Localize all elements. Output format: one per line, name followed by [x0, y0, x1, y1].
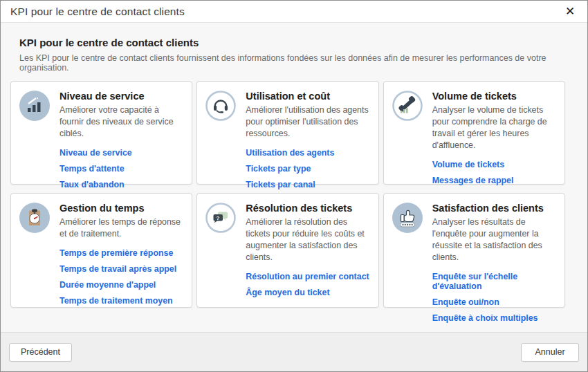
link-temps-de-travail-apres-appel[interactable]: Temps de travail après appel: [59, 264, 183, 274]
link-duree-moyenne-dappel[interactable]: Durée moyenne d'appel: [59, 280, 183, 290]
thumbs-up-rating-icon: [392, 203, 423, 300]
card-description: Améliorer votre capacité à fournir des n…: [59, 104, 183, 140]
card-links: Enquête sur l'échelle d'évaluation Enquê…: [432, 272, 556, 323]
dialog-title: KPI pour le centre de contact clients: [10, 6, 185, 18]
link-tickets-par-canal[interactable]: Tickets par canal: [246, 180, 369, 189]
link-enquete-sur-lechelle-devaluation[interactable]: Enquête sur l'échelle d'évaluation: [432, 272, 556, 291]
close-icon[interactable]: ✕: [562, 4, 578, 19]
link-temps-de-traitement-moyen[interactable]: Temps de traitement moyen: [59, 296, 183, 306]
kpi-card-grid: Niveau de service Améliorer votre capaci…: [10, 81, 565, 308]
card-description: Améliorer la résolution des tickets pour…: [246, 216, 369, 263]
card-description: Améliorer les temps de réponse et de tra…: [59, 216, 183, 240]
card-title: Résolution des tickets: [246, 203, 369, 214]
card-description: Analyser le volume de tickets pour compr…: [432, 104, 556, 151]
link-tickets-par-type[interactable]: Tickets par type: [246, 164, 369, 174]
page-description: Les KPI pour le centre de contact client…: [19, 53, 578, 73]
dialog-footer: Précédent Annuler: [1, 332, 587, 371]
card-links: Résolution au premier contact Âge moyen …: [246, 272, 369, 297]
link-enquete-a-choix-multiples[interactable]: Enquête à choix multiples: [432, 313, 556, 323]
card-title: Niveau de service: [59, 91, 183, 102]
link-utilisation-des-agents[interactable]: Utilisation des agents: [246, 148, 369, 158]
link-taux-dabandon[interactable]: Taux d'abandon: [59, 180, 183, 189]
card-title: Satisfaction des clients: [432, 203, 556, 214]
card-gestion-du-temps: Gestion du temps Améliorer les temps de …: [10, 193, 192, 308]
card-title: Volume de tickets: [432, 91, 556, 102]
kpi-dialog: KPI pour le centre de contact clients ✕ …: [0, 0, 588, 372]
card-title: Utilisation et coût: [246, 91, 369, 102]
link-enquete-oui-non[interactable]: Enquête oui/non: [432, 297, 556, 307]
card-links: Temps de première réponse Temps de trava…: [59, 248, 183, 306]
link-resolution-au-premier-contact[interactable]: Résolution au premier contact: [246, 272, 369, 281]
card-title: Gestion du temps: [59, 203, 183, 214]
chat-question-icon: ?: [205, 203, 236, 300]
stopwatch-clipboard-icon: [19, 203, 50, 300]
page-title: KPI pour le centre de contact clients: [19, 37, 578, 48]
intro-section: KPI pour le centre de contact clients Le…: [19, 37, 578, 73]
card-description: Analyser les résultats de l'enquête pour…: [432, 216, 556, 263]
svg-text:?: ?: [217, 215, 220, 221]
link-temps-dattente[interactable]: Temps d'attente: [59, 164, 183, 174]
cancel-button[interactable]: Annuler: [521, 343, 579, 362]
link-messages-de-rappel[interactable]: Messages de rappel: [432, 176, 556, 185]
link-temps-de-premiere-reponse[interactable]: Temps de première réponse: [59, 248, 183, 258]
dialog-content: KPI pour le centre de contact clients Le…: [1, 23, 587, 332]
card-resolution-des-tickets: ? Résolution des tickets Améliorer la ré…: [196, 193, 378, 308]
card-volume-de-tickets: Volume de tickets Analyser le volume de …: [383, 81, 565, 185]
service-level-chart-icon: [19, 91, 50, 177]
card-utilisation-et-cout: Utilisation et coût Améliorer l'utilisat…: [196, 81, 378, 185]
phone-volume-icon: [392, 91, 423, 177]
card-satisfaction-des-clients: Satisfaction des clients Analyser les ré…: [383, 193, 565, 308]
previous-button[interactable]: Précédent: [9, 343, 72, 362]
headset-icon: [205, 91, 236, 177]
dialog-titlebar: KPI pour le centre de contact clients ✕: [1, 1, 587, 23]
link-volume-de-tickets[interactable]: Volume de tickets: [432, 160, 556, 169]
card-description: Améliorer l'utilisation des agents pour …: [246, 104, 369, 140]
link-age-moyen-du-ticket[interactable]: Âge moyen du ticket: [246, 288, 369, 297]
card-niveau-de-service: Niveau de service Améliorer votre capaci…: [10, 81, 192, 185]
link-niveau-de-service[interactable]: Niveau de service: [59, 148, 183, 158]
